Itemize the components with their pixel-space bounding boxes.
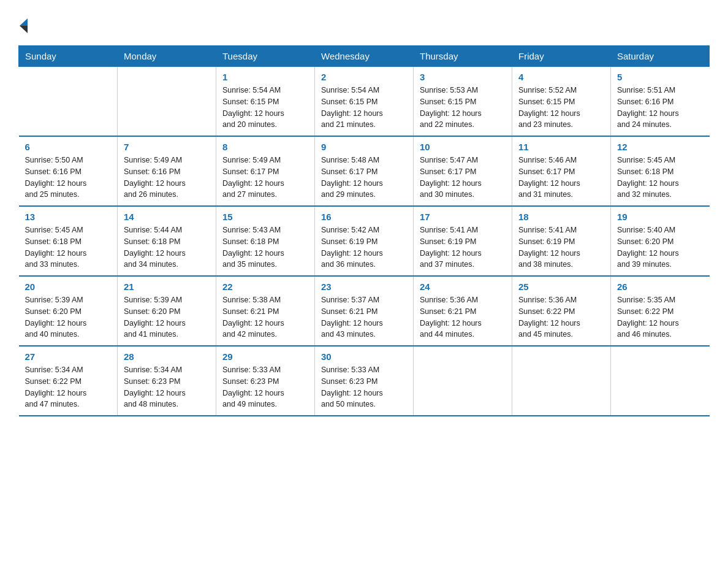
day-number: 11 [518,142,604,152]
day-info: Sunrise: 5:45 AM Sunset: 6:18 PM Dayligh… [25,224,112,270]
day-info: Sunrise: 5:46 AM Sunset: 6:17 PM Dayligh… [518,155,604,201]
day-info: Sunrise: 5:42 AM Sunset: 6:19 PM Dayligh… [321,224,407,270]
calendar-cell: 8Sunrise: 5:49 AM Sunset: 6:17 PM Daylig… [216,136,315,206]
calendar-cell: 24Sunrise: 5:36 AM Sunset: 6:21 PM Dayli… [414,276,512,346]
calendar-cell: 16Sunrise: 5:42 AM Sunset: 6:19 PM Dayli… [315,206,414,276]
calendar-cell: 22Sunrise: 5:38 AM Sunset: 6:21 PM Dayli… [216,276,315,346]
calendar-header-wednesday: Wednesday [315,46,414,67]
day-info: Sunrise: 5:53 AM Sunset: 6:15 PM Dayligh… [420,85,506,131]
calendar-cell: 6Sunrise: 5:50 AM Sunset: 6:16 PM Daylig… [19,136,118,206]
day-number: 9 [321,142,407,152]
calendar-cell [414,346,512,416]
calendar-week-row: 27Sunrise: 5:34 AM Sunset: 6:22 PM Dayli… [19,346,710,416]
day-info: Sunrise: 5:49 AM Sunset: 6:16 PM Dayligh… [124,155,210,201]
calendar-cell: 1Sunrise: 5:54 AM Sunset: 6:15 PM Daylig… [216,67,315,137]
day-info: Sunrise: 5:34 AM Sunset: 6:22 PM Dayligh… [25,364,112,410]
calendar-cell: 4Sunrise: 5:52 AM Sunset: 6:15 PM Daylig… [512,67,611,137]
day-info: Sunrise: 5:37 AM Sunset: 6:21 PM Dayligh… [321,294,407,340]
day-number: 25 [518,282,604,292]
calendar-header-thursday: Thursday [414,46,512,67]
calendar-cell: 11Sunrise: 5:46 AM Sunset: 6:17 PM Dayli… [512,136,611,206]
calendar-cell: 20Sunrise: 5:39 AM Sunset: 6:20 PM Dayli… [19,276,118,346]
calendar-cell: 29Sunrise: 5:33 AM Sunset: 6:23 PM Dayli… [216,346,315,416]
calendar-week-row: 20Sunrise: 5:39 AM Sunset: 6:20 PM Dayli… [19,276,710,346]
day-number: 29 [222,351,308,362]
calendar-cell: 18Sunrise: 5:41 AM Sunset: 6:19 PM Dayli… [512,206,611,276]
day-info: Sunrise: 5:50 AM Sunset: 6:16 PM Dayligh… [25,155,112,201]
day-number: 2 [321,72,407,82]
day-info: Sunrise: 5:33 AM Sunset: 6:23 PM Dayligh… [222,364,308,410]
calendar-cell: 27Sunrise: 5:34 AM Sunset: 6:22 PM Dayli… [19,346,118,416]
calendar-week-row: 6Sunrise: 5:50 AM Sunset: 6:16 PM Daylig… [19,136,710,206]
day-number: 16 [321,212,407,222]
day-number: 27 [25,351,112,362]
calendar-cell: 2Sunrise: 5:54 AM Sunset: 6:15 PM Daylig… [315,67,414,137]
calendar-cell: 23Sunrise: 5:37 AM Sunset: 6:21 PM Dayli… [315,276,414,346]
calendar-header-tuesday: Tuesday [216,46,315,67]
calendar-cell: 5Sunrise: 5:51 AM Sunset: 6:16 PM Daylig… [611,67,710,137]
day-info: Sunrise: 5:47 AM Sunset: 6:17 PM Dayligh… [420,155,506,201]
day-number: 1 [222,72,308,82]
day-number: 3 [420,72,506,82]
calendar-cell: 3Sunrise: 5:53 AM Sunset: 6:15 PM Daylig… [414,67,512,137]
calendar-cell [611,346,710,416]
day-info: Sunrise: 5:40 AM Sunset: 6:20 PM Dayligh… [617,224,703,270]
calendar-table: SundayMondayTuesdayWednesdayThursdayFrid… [18,45,710,416]
day-info: Sunrise: 5:39 AM Sunset: 6:20 PM Dayligh… [124,294,210,340]
calendar-week-row: 13Sunrise: 5:45 AM Sunset: 6:18 PM Dayli… [19,206,710,276]
calendar-cell: 14Sunrise: 5:44 AM Sunset: 6:18 PM Dayli… [118,206,216,276]
day-number: 21 [124,282,210,292]
calendar-cell: 30Sunrise: 5:33 AM Sunset: 6:23 PM Dayli… [315,346,414,416]
calendar-cell: 17Sunrise: 5:41 AM Sunset: 6:19 PM Dayli… [414,206,512,276]
day-number: 8 [222,142,308,152]
day-info: Sunrise: 5:35 AM Sunset: 6:22 PM Dayligh… [617,294,703,340]
day-number: 4 [518,72,604,82]
day-info: Sunrise: 5:38 AM Sunset: 6:21 PM Dayligh… [222,294,308,340]
calendar-cell: 19Sunrise: 5:40 AM Sunset: 6:20 PM Dayli… [611,206,710,276]
day-number: 10 [420,142,506,152]
calendar-header-saturday: Saturday [611,46,710,67]
day-number: 14 [124,212,210,222]
calendar-cell: 7Sunrise: 5:49 AM Sunset: 6:16 PM Daylig… [118,136,216,206]
day-number: 30 [321,351,407,362]
calendar-cell: 13Sunrise: 5:45 AM Sunset: 6:18 PM Dayli… [19,206,118,276]
calendar-cell: 28Sunrise: 5:34 AM Sunset: 6:23 PM Dayli… [118,346,216,416]
day-number: 23 [321,282,407,292]
day-info: Sunrise: 5:44 AM Sunset: 6:18 PM Dayligh… [124,224,210,270]
calendar-cell: 10Sunrise: 5:47 AM Sunset: 6:17 PM Dayli… [414,136,512,206]
day-number: 13 [25,212,112,222]
day-info: Sunrise: 5:48 AM Sunset: 6:17 PM Dayligh… [321,155,407,201]
calendar-cell: 15Sunrise: 5:43 AM Sunset: 6:18 PM Dayli… [216,206,315,276]
day-info: Sunrise: 5:33 AM Sunset: 6:23 PM Dayligh… [321,364,407,410]
day-number: 17 [420,212,506,222]
day-info: Sunrise: 5:45 AM Sunset: 6:18 PM Dayligh… [617,155,703,201]
day-number: 7 [124,142,210,152]
calendar-header-monday: Monday [118,46,216,67]
calendar-cell: 12Sunrise: 5:45 AM Sunset: 6:18 PM Dayli… [611,136,710,206]
day-number: 28 [124,351,210,362]
calendar-header-friday: Friday [512,46,611,67]
day-info: Sunrise: 5:54 AM Sunset: 6:15 PM Dayligh… [222,85,308,131]
calendar-cell: 9Sunrise: 5:48 AM Sunset: 6:17 PM Daylig… [315,136,414,206]
day-number: 24 [420,282,506,292]
day-info: Sunrise: 5:34 AM Sunset: 6:23 PM Dayligh… [124,364,210,410]
day-info: Sunrise: 5:36 AM Sunset: 6:21 PM Dayligh… [420,294,506,340]
day-number: 22 [222,282,308,292]
day-number: 19 [617,212,703,222]
day-info: Sunrise: 5:36 AM Sunset: 6:22 PM Dayligh… [518,294,604,340]
day-number: 20 [25,282,112,292]
day-number: 12 [617,142,703,152]
day-number: 26 [617,282,703,292]
calendar-cell: 21Sunrise: 5:39 AM Sunset: 6:20 PM Dayli… [118,276,216,346]
day-info: Sunrise: 5:39 AM Sunset: 6:20 PM Dayligh… [25,294,112,340]
day-info: Sunrise: 5:51 AM Sunset: 6:16 PM Dayligh… [617,85,703,131]
day-info: Sunrise: 5:49 AM Sunset: 6:17 PM Dayligh… [222,155,308,201]
day-info: Sunrise: 5:41 AM Sunset: 6:19 PM Dayligh… [518,224,604,270]
day-number: 6 [25,142,112,152]
calendar-cell [512,346,611,416]
logo [18,18,28,33]
day-info: Sunrise: 5:52 AM Sunset: 6:15 PM Dayligh… [518,85,604,131]
calendar-header-sunday: Sunday [19,46,118,67]
calendar-cell [19,67,118,137]
day-number: 18 [518,212,604,222]
